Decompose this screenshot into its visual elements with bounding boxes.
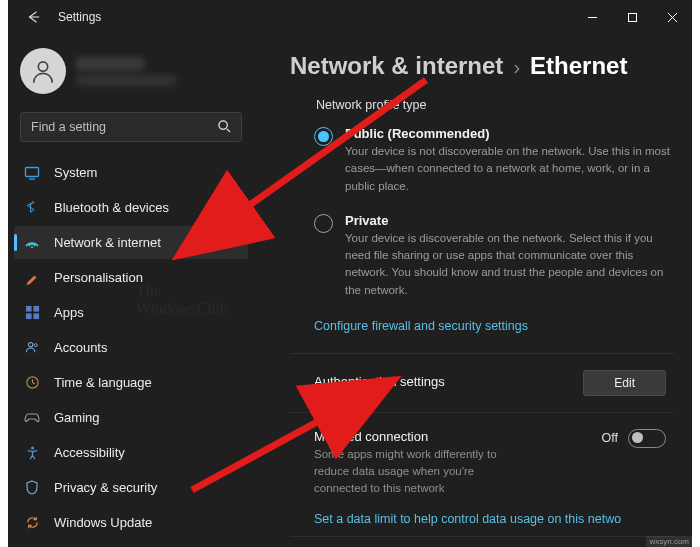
update-icon — [24, 515, 40, 531]
sidebar-item-label: Apps — [54, 305, 84, 320]
radio-private[interactable]: Private Your device is discoverable on t… — [290, 213, 674, 317]
main-panel: Network & internet › Ethernet Network pr… — [254, 34, 692, 547]
radio-public-title: Public (Recommended) — [345, 126, 674, 141]
radio-private-title: Private — [345, 213, 674, 228]
search-icon — [217, 119, 232, 134]
sidebar-item-system[interactable]: System — [14, 156, 248, 189]
svg-rect-14 — [33, 313, 39, 319]
titlebar: Settings — [8, 0, 692, 34]
sidebar: System Bluetooth & devices Network & int… — [8, 34, 254, 547]
metered-toggle[interactable] — [628, 429, 666, 448]
sidebar-item-update[interactable]: Windows Update — [14, 506, 248, 539]
personalisation-icon — [24, 270, 40, 286]
chevron-right-icon: › — [513, 56, 520, 79]
system-icon — [24, 165, 40, 181]
network-icon — [24, 235, 40, 251]
authentication-title: Authentication settings — [314, 374, 583, 389]
sidebar-item-label: Privacy & security — [54, 480, 157, 495]
svg-line-7 — [227, 129, 230, 132]
radio-dot-icon — [314, 127, 333, 146]
authentication-row[interactable]: Authentication settings Edit — [290, 354, 674, 413]
radio-circle-icon — [314, 214, 333, 233]
network-profile-type-label: Network profile type — [316, 98, 674, 112]
svg-point-6 — [219, 121, 227, 129]
person-icon — [29, 57, 57, 85]
sidebar-item-apps[interactable]: Apps — [14, 296, 248, 329]
sidebar-item-time[interactable]: Time & language — [14, 366, 248, 399]
maximize-button[interactable] — [612, 0, 652, 34]
metered-desc: Some apps might work differently to redu… — [314, 446, 524, 498]
svg-rect-12 — [33, 306, 39, 312]
back-button[interactable] — [20, 4, 46, 30]
sidebar-item-label: Accounts — [54, 340, 107, 355]
close-button[interactable] — [652, 0, 692, 34]
radio-public[interactable]: Public (Recommended) Your device is not … — [290, 126, 674, 213]
sidebar-item-label: Gaming — [54, 410, 100, 425]
sidebar-item-label: System — [54, 165, 97, 180]
edit-button[interactable]: Edit — [583, 370, 666, 396]
radio-public-desc: Your device is not discoverable on the n… — [345, 143, 674, 195]
minimize-button[interactable] — [572, 0, 612, 34]
sidebar-item-label: Windows Update — [54, 515, 152, 530]
arrow-left-icon — [26, 10, 40, 24]
svg-point-10 — [31, 246, 33, 248]
accessibility-icon — [24, 445, 40, 461]
svg-point-15 — [28, 343, 32, 347]
close-icon — [667, 12, 678, 23]
main-scroll[interactable]: Network & internet › Ethernet Network pr… — [254, 34, 692, 547]
metered-title: Metered connection — [314, 429, 602, 444]
svg-rect-11 — [25, 306, 31, 312]
breadcrumb-current: Ethernet — [530, 52, 627, 80]
sidebar-list: System Bluetooth & devices Network & int… — [14, 156, 248, 547]
sidebar-item-network[interactable]: Network & internet — [14, 226, 248, 259]
sidebar-item-label: Accessibility — [54, 445, 125, 460]
minimize-icon — [587, 12, 598, 23]
sidebar-item-label: Time & language — [54, 375, 152, 390]
shield-icon — [24, 480, 40, 496]
svg-point-16 — [34, 344, 37, 347]
avatar — [20, 48, 66, 94]
accounts-icon — [24, 340, 40, 356]
sidebar-item-label: Bluetooth & devices — [54, 200, 169, 215]
profile-name — [76, 57, 144, 71]
metered-row[interactable]: Metered connection Some apps might work … — [290, 413, 674, 532]
apps-icon — [24, 305, 40, 321]
radio-private-desc: Your device is discoverable on the netwo… — [345, 230, 674, 299]
window-title: Settings — [58, 10, 572, 24]
ip-row[interactable]: IP assignment: — [290, 537, 674, 548]
sidebar-item-accounts[interactable]: Accounts — [14, 331, 248, 364]
profile-email — [76, 75, 176, 86]
svg-point-18 — [31, 447, 34, 450]
toggle-label: Off — [602, 431, 618, 445]
firewall-link[interactable]: Configure firewall and security settings — [314, 319, 674, 333]
data-limit-link[interactable]: Set a data limit to help control data us… — [314, 512, 666, 526]
profile-block[interactable] — [14, 42, 248, 106]
svg-rect-2 — [628, 13, 636, 21]
source-tag: wxsyn.com — [646, 536, 692, 547]
settings-window: Settings — [8, 0, 692, 547]
time-icon — [24, 375, 40, 391]
search-input[interactable] — [20, 112, 242, 142]
sidebar-item-personalisation[interactable]: Personalisation — [14, 261, 248, 294]
gaming-icon — [24, 410, 40, 426]
maximize-icon — [627, 12, 638, 23]
sidebar-item-accessibility[interactable]: Accessibility — [14, 436, 248, 469]
sidebar-item-privacy[interactable]: Privacy & security — [14, 471, 248, 504]
sidebar-item-label: Personalisation — [54, 270, 143, 285]
svg-rect-13 — [25, 313, 31, 319]
sidebar-item-bluetooth[interactable]: Bluetooth & devices — [14, 191, 248, 224]
bluetooth-icon — [24, 200, 40, 216]
sidebar-item-label: Network & internet — [54, 235, 161, 250]
breadcrumb: Network & internet › Ethernet — [290, 52, 674, 80]
sidebar-item-gaming[interactable]: Gaming — [14, 401, 248, 434]
svg-point-5 — [38, 62, 47, 71]
svg-rect-8 — [26, 167, 39, 176]
breadcrumb-parent[interactable]: Network & internet — [290, 52, 503, 80]
